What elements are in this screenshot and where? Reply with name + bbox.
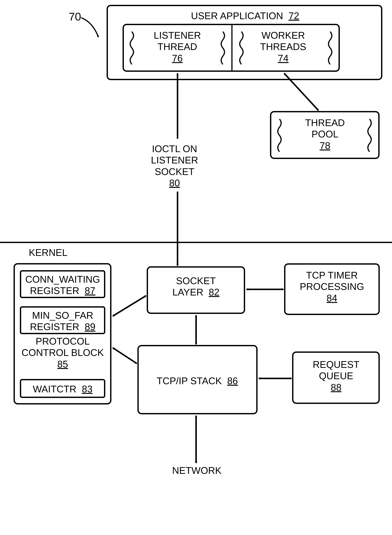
- min-so-far-line2: REGISTER 89: [21, 321, 104, 333]
- ioctl-l1: IOCTL ON: [141, 143, 208, 154]
- socket-layer-l1: SOCKET: [154, 275, 238, 287]
- min-so-far-label-block: MIN_SO_FAR REGISTER 89: [21, 310, 104, 333]
- waitctr-ref: 83: [82, 384, 93, 394]
- listener-thread-ref: 76: [148, 53, 207, 64]
- socket-layer-label-block: SOCKET LAYER 82: [154, 275, 238, 298]
- thread-pool-label-block: THREAD POOL 78: [295, 117, 355, 151]
- ioctl-l3: SOCKET: [141, 166, 208, 177]
- user-application-label: USER APPLICATION: [191, 10, 283, 21]
- svg-line-7: [113, 296, 146, 316]
- worker-threads-l2: THREADS: [253, 41, 313, 53]
- request-queue-label-block: REQUEST QUEUE 88: [297, 359, 375, 393]
- waitctr-label: WAITCTR: [33, 384, 76, 394]
- min-so-far-ref: 89: [85, 321, 95, 332]
- ioctl-label-block: IOCTL ON LISTENER SOCKET 80: [141, 143, 208, 189]
- user-application-title: USER APPLICATION 72: [186, 10, 304, 22]
- worker-threads-ref: 74: [253, 53, 313, 64]
- conn-waiting-line2: REGISTER 87: [21, 285, 104, 296]
- tcp-timer-label-block: TCP TIMER PROCESSING 84: [290, 270, 374, 304]
- kernel-divider: [0, 242, 392, 243]
- kernel-label: KERNEL: [29, 247, 67, 258]
- ioctl-ref: 80: [141, 177, 208, 189]
- threads-divider: [231, 25, 233, 71]
- svg-line-8: [113, 348, 137, 363]
- tcp-timer-ref: 84: [290, 292, 374, 304]
- tcpip-ref: 86: [227, 375, 238, 386]
- pcb-ref: 85: [19, 358, 107, 370]
- pcb-label-block: PROTOCOL CONTROL BLOCK 85: [19, 336, 107, 370]
- thread-pool-ref: 78: [295, 140, 355, 151]
- tcp-timer-l2: PROCESSING: [290, 281, 374, 292]
- pcb-l1: PROTOCOL: [19, 336, 107, 347]
- tcp-timer-l1: TCP TIMER: [290, 270, 374, 281]
- waitctr-label-block: WAITCTR 83: [21, 383, 104, 395]
- request-queue-l2: QUEUE: [297, 370, 375, 382]
- listener-thread-label-block: LISTENER THREAD 76: [148, 30, 207, 64]
- conn-waiting-l2: REGISTER: [30, 285, 79, 296]
- request-queue-ref: 88: [297, 382, 375, 393]
- thread-pool-l1: THREAD: [295, 117, 355, 129]
- diagram-canvas: 70 USER APPLICATION 72 LISTENER THREAD 7…: [0, 0, 392, 535]
- worker-threads-l1: WORKER: [253, 30, 313, 41]
- conn-waiting-label-block: CONN_WAITING REGISTER 87: [21, 274, 104, 297]
- min-so-far-l2: REGISTER: [30, 321, 79, 332]
- worker-threads-label-block: WORKER THREADS 74: [253, 30, 313, 64]
- ref-70: 70: [69, 10, 81, 24]
- ioctl-l2: LISTENER: [141, 154, 208, 166]
- conn-waiting-l1: CONN_WAITING: [21, 274, 104, 285]
- socket-layer-ref: 82: [209, 287, 219, 297]
- network-label: NETWORK: [167, 465, 227, 476]
- tcpip-label-block: TCP/IP STACK 86: [145, 375, 250, 387]
- min-so-far-l1: MIN_SO_FAR: [21, 310, 104, 321]
- socket-layer-l2: LAYER: [172, 287, 203, 297]
- tcpip-label: TCP/IP STACK: [157, 375, 222, 386]
- listener-thread-l2: THREAD: [148, 41, 207, 53]
- request-queue-l1: REQUEST: [297, 359, 375, 370]
- user-application-ref: 72: [289, 10, 299, 21]
- socket-layer-line2: LAYER 82: [154, 287, 238, 298]
- listener-thread-l1: LISTENER: [148, 30, 207, 41]
- conn-waiting-ref: 87: [85, 285, 95, 296]
- thread-pool-l2: POOL: [295, 129, 355, 140]
- pcb-l2: CONTROL BLOCK: [19, 347, 107, 358]
